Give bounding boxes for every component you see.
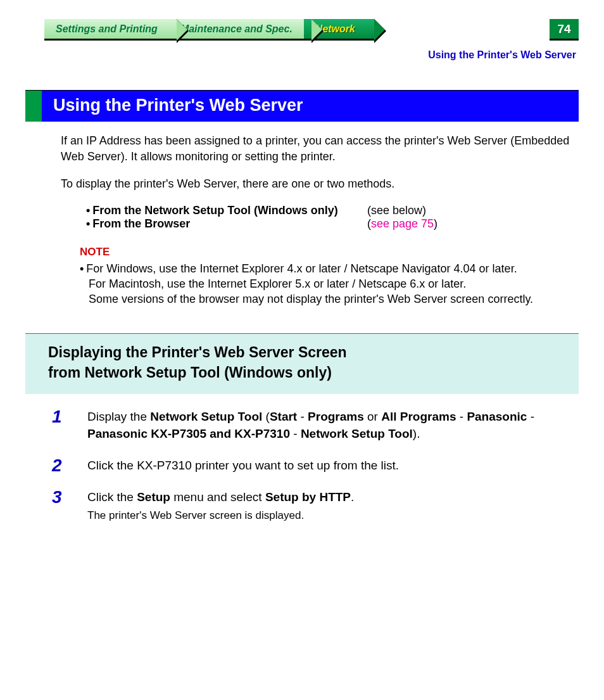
step-body: Click the KX-P7310 printer you want to s… — [87, 457, 399, 474]
step-body: Display the Network Setup Tool (Start - … — [87, 408, 556, 443]
title-accent — [25, 91, 42, 122]
step-item: 3 Click the Setup menu and select Setup … — [52, 488, 579, 524]
method-aside: (see below) — [367, 204, 426, 217]
page-link[interactable]: see page 75 — [371, 217, 434, 230]
section-heading: Displaying the Printer's Web Server Scre… — [25, 333, 579, 393]
intro-paragraph-2: To display the printer's Web Server, the… — [61, 176, 574, 192]
breadcrumb[interactable]: Using the Printer's Web Server — [25, 49, 576, 61]
method-item: •From the Network Setup Tool (Windows on… — [86, 204, 579, 217]
step-number: 1 — [52, 408, 70, 443]
step-subtext: The printer's Web Server screen is displ… — [87, 508, 354, 524]
bullet-icon: • — [86, 204, 90, 217]
tab-label: Maintenance and Spec. — [180, 23, 293, 35]
method-item: •From the Browser (see page 75) — [86, 217, 579, 231]
tab-bar: Settings and Printing Maintenance and Sp… — [44, 19, 579, 41]
page-title: Using the Printer's Web Server — [42, 91, 579, 122]
tab-maintenance[interactable]: Maintenance and Spec. — [169, 19, 311, 41]
tab-label: Settings and Printing — [56, 23, 158, 35]
methods-list: •From the Network Setup Tool (Windows on… — [86, 204, 579, 231]
bullet-icon: • — [80, 262, 84, 275]
note-body: •For Windows, use the Internet Explorer … — [80, 261, 579, 307]
page-number: 74 — [550, 19, 579, 41]
intro-paragraph-1: If an IP Address has been assigned to a … — [61, 133, 574, 165]
tab-settings[interactable]: Settings and Printing — [44, 19, 177, 41]
bullet-icon: • — [86, 217, 90, 230]
page-title-bar: Using the Printer's Web Server — [25, 90, 579, 122]
step-number: 2 — [52, 457, 70, 474]
note-label: NOTE — [80, 246, 579, 258]
method-aside: (see page 75) — [367, 217, 437, 231]
step-number: 3 — [52, 488, 70, 524]
steps-list: 1 Display the Network Setup Tool (Start … — [52, 408, 579, 524]
step-item: 1 Display the Network Setup Tool (Start … — [52, 408, 579, 443]
step-body: Click the Setup menu and select Setup by… — [87, 488, 354, 524]
step-item: 2 Click the KX-P7310 printer you want to… — [52, 457, 579, 474]
